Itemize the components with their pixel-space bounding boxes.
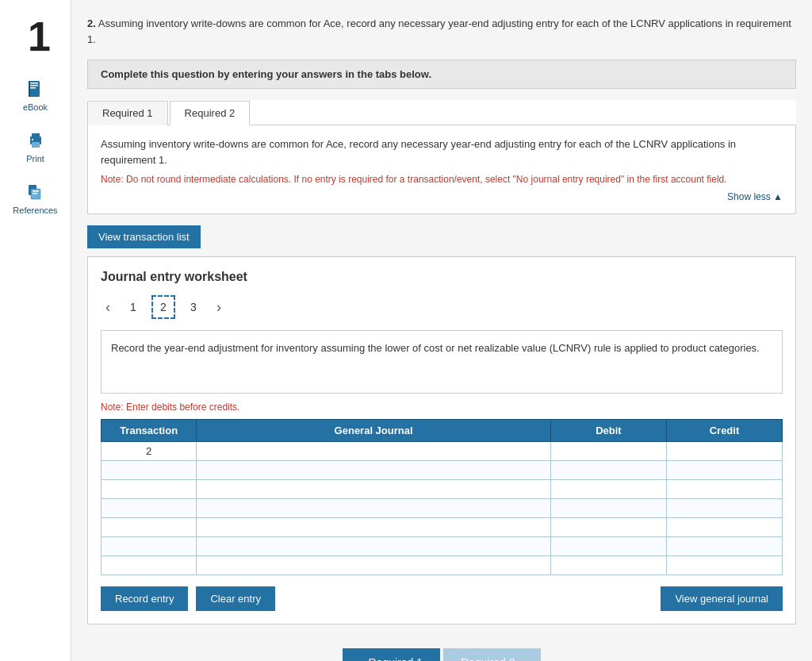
print-icon [25,129,47,152]
th-credit: Credit [666,420,782,442]
ebook-label: eBook [23,102,48,112]
view-transaction-button[interactable]: View transaction list [87,225,201,248]
debit-input[interactable] [551,442,666,460]
table-row [102,461,783,480]
journal-table: Transaction General Journal Debit Credit [101,419,783,575]
next-label: Required 2 [461,656,515,661]
credit-input[interactable] [667,556,782,575]
tab-required1[interactable]: Required 1 [87,101,168,125]
references-label: References [13,206,57,215]
transaction-cell [102,461,197,480]
next-required-button[interactable]: Required 2 › [443,648,541,661]
complete-text: Complete this question by entering your … [101,68,431,80]
credit-cell[interactable] [666,556,782,575]
note-text: Note: Do not round intermediate calculat… [101,172,783,186]
description-box: Record the year-end adjustment for inven… [101,330,783,394]
credit-input[interactable] [667,499,782,517]
clear-entry-button[interactable]: Clear entry [196,586,275,611]
print-label: Print [26,154,44,163]
journal-input[interactable] [197,461,550,479]
content-area: Assuming inventory write-downs are commo… [87,125,796,214]
table-row [102,556,783,575]
sidebar-item-ebook[interactable]: eBook [18,73,52,117]
debit-input[interactable] [551,556,666,575]
question-number: 1 [20,8,51,65]
debit-cell[interactable] [550,461,666,480]
th-debit: Debit [550,420,666,442]
svg-rect-12 [33,193,37,194]
credit-input[interactable] [667,442,782,460]
credit-cell[interactable] [666,480,782,499]
debit-input[interactable] [551,480,666,498]
sidebar-item-print[interactable]: Print [20,125,52,168]
main-content: 2. Assuming inventory write-downs are co… [71,0,812,661]
journal-input[interactable] [197,499,550,517]
tab-required2[interactable]: Required 2 [170,101,251,125]
journal-cell[interactable] [197,518,551,537]
page-3[interactable]: 3 [182,295,205,319]
sidebar-item-references[interactable]: References [8,176,62,220]
table-row [102,518,783,537]
show-less-toggle[interactable]: Show less ▲ [101,191,783,202]
svg-rect-7 [32,142,40,148]
debit-cell[interactable] [550,556,666,575]
journal-cell[interactable] [197,556,551,575]
transaction-cell: 2 [102,442,197,461]
table-row [102,499,783,518]
credit-input[interactable] [667,480,782,498]
journal-input[interactable] [197,556,550,575]
credit-cell[interactable] [666,442,782,461]
journal-input[interactable] [197,518,550,536]
credit-cell[interactable] [666,537,782,556]
references-icon [24,181,46,203]
debit-cell[interactable] [550,442,666,461]
description-text: Record the year-end adjustment for inven… [111,342,760,354]
view-general-journal-button[interactable]: View general journal [661,586,783,611]
debit-input[interactable] [551,499,666,517]
svg-rect-6 [32,133,40,137]
next-arrow: › [520,656,524,661]
svg-rect-8 [32,139,33,140]
journal-cell[interactable] [197,480,551,499]
debit-cell[interactable] [550,480,666,499]
prev-required-button[interactable]: ‹ Required 1 [343,648,440,661]
journal-cell[interactable] [197,461,551,480]
worksheet-title: Journal entry worksheet [101,270,783,284]
prev-label: Required 1 [369,656,423,661]
debit-input[interactable] [551,537,666,555]
sidebar: 1 eBook [0,0,71,661]
debit-cell[interactable] [550,518,666,537]
page-2[interactable]: 2 [151,295,175,319]
table-row: 2 [102,442,783,461]
complete-box: Complete this question by entering your … [87,60,796,89]
credit-cell[interactable] [666,499,782,518]
svg-rect-4 [29,81,30,97]
journal-input[interactable] [197,442,550,460]
credit-input[interactable] [667,518,782,536]
prev-page-button[interactable]: ‹ [101,298,115,317]
credit-input[interactable] [667,537,782,555]
debit-cell[interactable] [550,537,666,556]
record-entry-button[interactable]: Record entry [101,586,188,611]
table-row [102,537,783,556]
button-spacer [283,586,653,611]
book-icon [24,78,46,100]
credit-cell[interactable] [666,518,782,537]
next-page-button[interactable]: › [212,298,226,317]
note-debits: Note: Enter debits before credits. [101,402,783,413]
journal-input[interactable] [197,537,550,555]
journal-cell[interactable] [197,499,551,518]
svg-rect-1 [30,83,38,84]
page-1[interactable]: 1 [121,295,145,319]
journal-cell[interactable] [197,442,551,461]
credit-input[interactable] [667,461,782,479]
svg-rect-11 [33,190,39,192]
debit-cell[interactable] [550,499,666,518]
transaction-cell [102,537,197,556]
journal-cell[interactable] [197,537,551,556]
transaction-cell [102,499,197,518]
journal-input[interactable] [197,480,550,498]
debit-input[interactable] [551,461,666,479]
credit-cell[interactable] [666,461,782,480]
debit-input[interactable] [551,518,666,536]
